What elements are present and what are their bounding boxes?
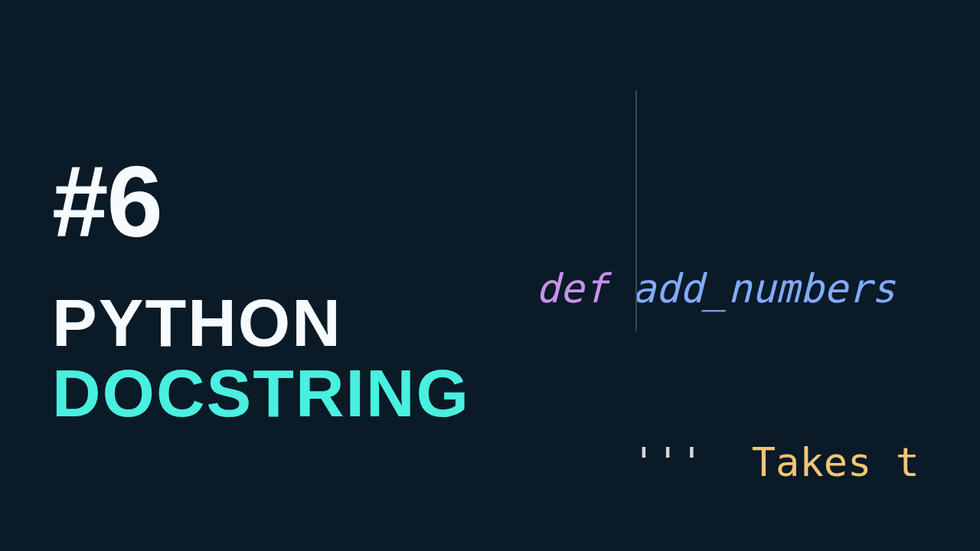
code-snippet: def add_numbers ''' Takes t Returns ''' … [536, 28, 920, 551]
indent-guide [635, 90, 637, 331]
function-name: add_numbers [608, 266, 896, 311]
code-line-1: def add_numbers [536, 260, 920, 318]
docstring-text-1: Takes t [704, 439, 920, 485]
episode-number: #6 [52, 152, 470, 253]
title-block: #6 PYTHON DOCSTRING [52, 152, 470, 429]
title-line-docstring: DOCSTRING [52, 358, 470, 429]
triple-quote-open: ''' [632, 439, 704, 485]
keyword-def: def [536, 266, 608, 311]
code-line-2: ''' Takes t [536, 434, 920, 492]
thumbnail-stage: #6 PYTHON DOCSTRING def add_numbers ''' … [0, 0, 980, 551]
indent [536, 439, 632, 485]
title-line-python: PYTHON [52, 288, 470, 358]
